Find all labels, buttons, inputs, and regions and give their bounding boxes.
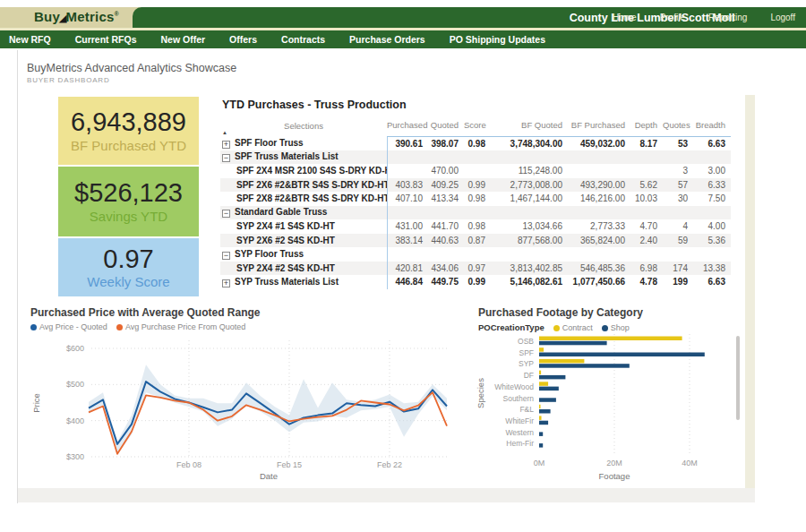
bar-osb-contract[interactable] (539, 337, 682, 341)
bar-southern-shop[interactable] (539, 398, 556, 402)
bar-whitewood-shop[interactable] (539, 387, 559, 391)
cell-value: 5,146,082.61 (491, 275, 568, 289)
table-row[interactable]: +SPF Floor Truss390.61398.070.983,748,30… (220, 136, 731, 150)
cell-value: 0.99 (464, 178, 491, 193)
bar-whitefir-contract[interactable] (539, 416, 542, 420)
table-row[interactable]: −SPF Truss Materials List (220, 150, 731, 165)
bar-whitewood-contract[interactable] (539, 382, 548, 386)
legend-dot-yellow (553, 325, 560, 331)
cell-value: 434.06 (428, 262, 464, 276)
column-header[interactable]: Depth (630, 115, 663, 136)
bar-osb-shop[interactable] (539, 341, 607, 346)
cell-value: 10.03 (630, 192, 663, 206)
nav-po-shipping-updates[interactable]: PO Shipping Updates (450, 34, 545, 45)
quoted-range-band[interactable] (89, 365, 447, 455)
table-row[interactable]: SYP 2X4 #1 S4S KD-HT431.00441.700.9813,0… (220, 219, 731, 234)
bar-chart-plot: 0M20M40MOSBSPFSYPDFWhiteWoodSouthernF&LW… (475, 332, 742, 483)
column-header[interactable]: Selections▲ (220, 115, 387, 136)
buymetrics-logo[interactable]: Buy◢Metrics® (34, 9, 119, 24)
bar-df-contract[interactable] (539, 371, 541, 375)
cell-value: 0.97 (464, 262, 491, 276)
table-row[interactable]: SPF 2X4 MSR 2100 S4S S-DRY KD-HT470.0011… (220, 164, 731, 178)
bar-f&l-contract[interactable] (539, 405, 541, 409)
chart-scrollbar[interactable] (736, 336, 740, 420)
bar-df-shop[interactable] (539, 375, 565, 380)
table-title: YTD Purchases - Truss Production (222, 99, 731, 111)
cell-value: 0.98 (464, 192, 491, 206)
cell-value: 8.17 (630, 136, 663, 150)
table-row[interactable]: SPF 2X8 #2&BTR S4S S-DRY KD-HT407.10413.… (220, 192, 731, 206)
cell-value: 407.10 (387, 192, 428, 206)
x-tick-label: 0M (534, 459, 545, 468)
kpi-label: Savings YTD (90, 209, 167, 224)
table-row[interactable]: SPF 2X6 #2&BTR S4S S-DRY KD-HT403.83409.… (220, 178, 731, 193)
cell-value (464, 247, 491, 262)
cell-value: 449.75 (428, 275, 464, 289)
row-label: SPF 2X6 #2&BTR S4S S-DRY KD-HT (236, 180, 387, 190)
cell-value (568, 247, 630, 262)
bar-syp-contract[interactable] (539, 359, 584, 364)
cell-value (387, 164, 428, 178)
bar-western-shop[interactable] (539, 432, 543, 436)
collapse-icon[interactable]: − (222, 154, 230, 162)
table-row[interactable]: SYP 2X6 #2 S4S KD-HT383.14440.630.87877,… (220, 234, 731, 248)
header-links: Home Profile Reporting Logoff (613, 13, 795, 22)
nav-offers[interactable]: Offers (229, 34, 257, 45)
bar-whitefir-shop[interactable] (539, 421, 548, 425)
column-header[interactable]: Quotes (663, 115, 693, 136)
cell-value: 0.98 (464, 219, 491, 234)
nav-new-offer[interactable]: New Offer (161, 34, 206, 45)
collapse-icon[interactable]: − (222, 252, 230, 260)
table-row[interactable]: −SYP Floor Truss (220, 247, 731, 262)
category-label: Southern (503, 394, 535, 403)
column-header[interactable]: Quoted (428, 115, 464, 136)
column-header[interactable]: BF Quoted (491, 115, 568, 136)
cell-value (663, 150, 693, 165)
x-tick-label: 20M (606, 459, 622, 468)
cell-value: 6.33 (693, 178, 731, 193)
x-axis-title: Footage (599, 471, 630, 481)
cell-value (387, 150, 428, 165)
table-row[interactable]: −Standard Gable Truss (220, 206, 731, 220)
table-row[interactable]: +SYP Truss Materials List446.84449.750.9… (220, 275, 731, 289)
legend-title: POCreationType (478, 322, 544, 332)
cell-value: 13,034.66 (491, 219, 568, 234)
bar-hem-fir-shop[interactable] (539, 443, 543, 448)
column-header[interactable]: BF Purchased (568, 115, 630, 136)
category-label: Hem-Fir (506, 439, 534, 448)
table-row[interactable]: SYP 2X4 #2 S4S KD-HT420.81434.060.973,81… (220, 262, 731, 276)
row-label: SYP Truss Materials List (235, 277, 339, 287)
link-home[interactable]: Home (613, 13, 637, 22)
row-label: SPF 2X8 #2&BTR S4S S-DRY KD-HT (236, 193, 387, 203)
bar-f&l-shop[interactable] (539, 409, 551, 414)
link-reporting[interactable]: Reporting (708, 13, 747, 22)
kpi-weekly-score: 0.97 Weekly Score (58, 238, 199, 296)
nav-purchase-orders[interactable]: Purchase Orders (349, 34, 425, 45)
column-header[interactable]: Breadth (693, 115, 731, 136)
kpi-label: BF Purchased YTD (71, 138, 186, 153)
y-axis-title: Species (476, 378, 485, 408)
buymetrics-dashboard: Buy◢Metrics® County Line Lumber/Scott Mo… (0, 0, 806, 532)
nav-contracts[interactable]: Contracts (281, 34, 325, 45)
cell-value: 6.63 (693, 275, 731, 289)
column-header[interactable]: Purchased (387, 115, 428, 136)
expand-icon[interactable]: + (222, 141, 230, 149)
column-header[interactable]: Score (464, 115, 491, 136)
cell-value: 398.07 (428, 136, 464, 150)
sort-ascending-icon[interactable]: ▲ (222, 130, 227, 135)
ytd-purchases-matrix: Selections▲PurchasedQuotedScoreBF Quoted… (220, 115, 731, 289)
bar-syp-shop[interactable] (539, 364, 630, 368)
expand-icon[interactable]: + (222, 279, 230, 287)
cell-value: 441.70 (428, 219, 464, 234)
link-profile[interactable]: Profile (660, 13, 685, 22)
cell-value (568, 206, 630, 220)
bar-spf-contract[interactable] (539, 348, 544, 352)
nav-new-rfq[interactable]: New RFQ (9, 34, 51, 45)
cell-value: 877,568.00 (491, 234, 568, 248)
bar-spf-shop[interactable] (539, 353, 705, 357)
row-label: SYP Floor Truss (235, 249, 304, 259)
collapse-icon[interactable]: − (222, 210, 230, 218)
y-axis-title: Price (31, 393, 41, 413)
link-logoff[interactable]: Logoff (770, 13, 795, 22)
nav-current-rfqs[interactable]: Current RFQs (75, 34, 137, 45)
